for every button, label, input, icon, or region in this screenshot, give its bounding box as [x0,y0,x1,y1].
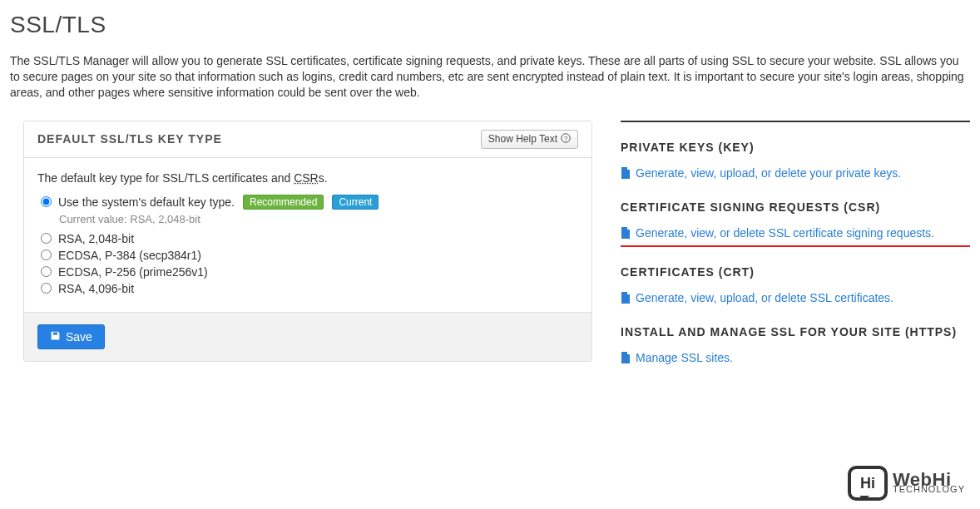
section-heading: INSTALL AND MANAGE SSL FOR YOUR SITE (HT… [621,325,970,339]
question-circle-icon: ? [561,133,571,146]
current-badge: Current [332,195,379,210]
certificates-link[interactable]: Generate, view, upload, or delete SSL ce… [636,290,893,305]
file-icon [621,292,631,307]
panel-title: DEFAULT SSL/TLS KEY TYPE [37,132,222,146]
radio-label: RSA, 4,096-bit [58,282,134,295]
logo-bubble-icon: Hi [848,466,888,501]
section-certificates: CERTIFICATES (CRT) Generate, view, uploa… [621,265,970,307]
file-icon [621,352,631,367]
file-icon [621,167,631,182]
section-private-keys: PRIVATE KEYS (KEY) Generate, view, uploa… [621,141,970,182]
section-install-manage: INSTALL AND MANAGE SSL FOR YOUR SITE (HT… [621,325,970,367]
radio-label: RSA, 2,048-bit [58,232,134,245]
sidebar: PRIVATE KEYS (KEY) Generate, view, uploa… [621,121,970,386]
panel-description: The default key type for SSL/TLS certifi… [37,171,578,185]
file-icon [621,227,631,242]
section-heading: CERTIFICATES (CRT) [621,265,970,279]
key-type-radio-ecdsa256[interactable] [41,266,52,277]
radio-label: ECDSA, P-256 (prime256v1) [58,265,208,279]
key-type-radio-group: Use the system's default key type. Recom… [41,195,578,295]
page-title: SSL/TLS [10,12,970,38]
logo-sub-text: TECHNOLOGY [893,487,965,493]
show-help-text-button[interactable]: Show Help Text ? [481,130,578,149]
section-heading: CERTIFICATE SIGNING REQUESTS (CSR) [621,200,970,214]
recommended-badge: Recommended [243,195,324,210]
section-heading: PRIVATE KEYS (KEY) [621,141,970,154]
current-value-text: Current value: RSA, 2,048-bit [59,213,578,225]
csr-abbr: CSR [294,171,319,185]
key-type-radio-rsa2048[interactable] [41,233,52,244]
save-button[interactable]: Save [37,324,105,349]
save-icon [50,330,61,343]
default-key-type-panel: DEFAULT SSL/TLS KEY TYPE Show Help Text … [23,121,592,362]
section-csr: CERTIFICATE SIGNING REQUESTS (CSR) Gener… [621,200,970,247]
private-keys-link[interactable]: Generate, view, upload, or delete your p… [636,166,901,180]
key-type-radio-rsa4096[interactable] [41,283,52,294]
radio-label: Use the system's default key type. [58,195,235,209]
intro-text: The SSL/TLS Manager will allow you to ge… [10,53,970,101]
manage-ssl-link[interactable]: Manage SSL sites. [636,350,733,365]
key-type-radio-default[interactable] [41,196,52,207]
webhi-logo: Hi WebHi TECHNOLOGY [848,466,965,501]
radio-label: ECDSA, P-384 (secp384r1) [58,249,201,262]
key-type-radio-ecdsa384[interactable] [41,250,52,260]
help-button-label: Show Help Text [488,133,557,145]
save-button-label: Save [66,330,92,343]
svg-text:?: ? [564,135,567,142]
highlight-underline [621,244,970,247]
csr-link[interactable]: Generate, view, or delete SSL certificat… [636,225,934,240]
